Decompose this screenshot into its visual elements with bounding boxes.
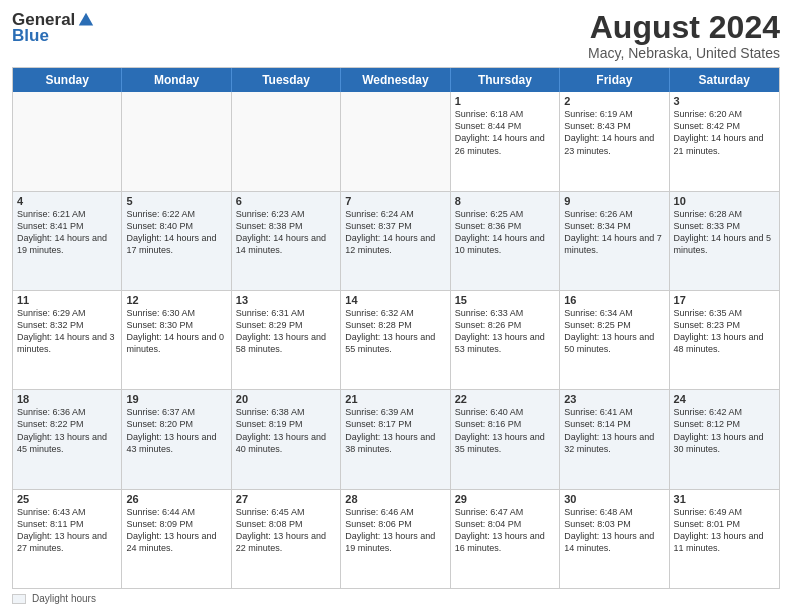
day-info: Sunrise: 6:30 AM Sunset: 8:30 PM Dayligh… bbox=[126, 307, 226, 356]
day-info: Sunrise: 6:34 AM Sunset: 8:25 PM Dayligh… bbox=[564, 307, 664, 356]
day-number: 8 bbox=[455, 195, 555, 207]
day-info: Sunrise: 6:24 AM Sunset: 8:37 PM Dayligh… bbox=[345, 208, 445, 257]
footer: Daylight hours bbox=[12, 593, 780, 604]
cal-week-3: 11Sunrise: 6:29 AM Sunset: 8:32 PM Dayli… bbox=[13, 290, 779, 389]
day-number: 1 bbox=[455, 95, 555, 107]
day-cell-24: 24Sunrise: 6:42 AM Sunset: 8:12 PM Dayli… bbox=[670, 390, 779, 488]
day-number: 7 bbox=[345, 195, 445, 207]
day-cell-25: 25Sunrise: 6:43 AM Sunset: 8:11 PM Dayli… bbox=[13, 490, 122, 588]
day-header-thursday: Thursday bbox=[451, 68, 560, 92]
svg-marker-0 bbox=[79, 13, 93, 26]
cal-week-1: 1Sunrise: 6:18 AM Sunset: 8:44 PM Daylig… bbox=[13, 92, 779, 190]
day-number: 15 bbox=[455, 294, 555, 306]
day-cell-6: 6Sunrise: 6:23 AM Sunset: 8:38 PM Daylig… bbox=[232, 192, 341, 290]
day-cell-10: 10Sunrise: 6:28 AM Sunset: 8:33 PM Dayli… bbox=[670, 192, 779, 290]
header: General Blue August 2024 Macy, Nebraska,… bbox=[12, 10, 780, 61]
day-number: 25 bbox=[17, 493, 117, 505]
day-number: 14 bbox=[345, 294, 445, 306]
day-cell-27: 27Sunrise: 6:45 AM Sunset: 8:08 PM Dayli… bbox=[232, 490, 341, 588]
title-block: August 2024 Macy, Nebraska, United State… bbox=[588, 10, 780, 61]
day-cell-18: 18Sunrise: 6:36 AM Sunset: 8:22 PM Dayli… bbox=[13, 390, 122, 488]
legend-label: Daylight hours bbox=[32, 593, 96, 604]
day-cell-22: 22Sunrise: 6:40 AM Sunset: 8:16 PM Dayli… bbox=[451, 390, 560, 488]
day-cell-1: 1Sunrise: 6:18 AM Sunset: 8:44 PM Daylig… bbox=[451, 92, 560, 190]
legend-box bbox=[12, 594, 26, 604]
day-number: 3 bbox=[674, 95, 775, 107]
cal-week-4: 18Sunrise: 6:36 AM Sunset: 8:22 PM Dayli… bbox=[13, 389, 779, 488]
day-info: Sunrise: 6:35 AM Sunset: 8:23 PM Dayligh… bbox=[674, 307, 775, 356]
day-info: Sunrise: 6:25 AM Sunset: 8:36 PM Dayligh… bbox=[455, 208, 555, 257]
day-number: 13 bbox=[236, 294, 336, 306]
logo-icon bbox=[77, 11, 95, 29]
day-number: 10 bbox=[674, 195, 775, 207]
day-number: 18 bbox=[17, 393, 117, 405]
empty-cell bbox=[232, 92, 341, 190]
calendar: SundayMondayTuesdayWednesdayThursdayFrid… bbox=[12, 67, 780, 589]
day-cell-8: 8Sunrise: 6:25 AM Sunset: 8:36 PM Daylig… bbox=[451, 192, 560, 290]
day-number: 31 bbox=[674, 493, 775, 505]
day-info: Sunrise: 6:26 AM Sunset: 8:34 PM Dayligh… bbox=[564, 208, 664, 257]
day-cell-19: 19Sunrise: 6:37 AM Sunset: 8:20 PM Dayli… bbox=[122, 390, 231, 488]
day-cell-3: 3Sunrise: 6:20 AM Sunset: 8:42 PM Daylig… bbox=[670, 92, 779, 190]
day-info: Sunrise: 6:32 AM Sunset: 8:28 PM Dayligh… bbox=[345, 307, 445, 356]
day-info: Sunrise: 6:22 AM Sunset: 8:40 PM Dayligh… bbox=[126, 208, 226, 257]
day-info: Sunrise: 6:46 AM Sunset: 8:06 PM Dayligh… bbox=[345, 506, 445, 555]
day-info: Sunrise: 6:40 AM Sunset: 8:16 PM Dayligh… bbox=[455, 406, 555, 455]
day-header-wednesday: Wednesday bbox=[341, 68, 450, 92]
day-cell-30: 30Sunrise: 6:48 AM Sunset: 8:03 PM Dayli… bbox=[560, 490, 669, 588]
day-info: Sunrise: 6:45 AM Sunset: 8:08 PM Dayligh… bbox=[236, 506, 336, 555]
day-number: 2 bbox=[564, 95, 664, 107]
day-number: 28 bbox=[345, 493, 445, 505]
day-number: 17 bbox=[674, 294, 775, 306]
day-cell-20: 20Sunrise: 6:38 AM Sunset: 8:19 PM Dayli… bbox=[232, 390, 341, 488]
day-cell-28: 28Sunrise: 6:46 AM Sunset: 8:06 PM Dayli… bbox=[341, 490, 450, 588]
day-cell-26: 26Sunrise: 6:44 AM Sunset: 8:09 PM Dayli… bbox=[122, 490, 231, 588]
logo: General Blue bbox=[12, 10, 95, 46]
day-info: Sunrise: 6:18 AM Sunset: 8:44 PM Dayligh… bbox=[455, 108, 555, 157]
legend: Daylight hours bbox=[12, 593, 780, 604]
day-number: 5 bbox=[126, 195, 226, 207]
day-info: Sunrise: 6:29 AM Sunset: 8:32 PM Dayligh… bbox=[17, 307, 117, 356]
day-info: Sunrise: 6:21 AM Sunset: 8:41 PM Dayligh… bbox=[17, 208, 117, 257]
calendar-body: 1Sunrise: 6:18 AM Sunset: 8:44 PM Daylig… bbox=[13, 92, 779, 588]
day-number: 22 bbox=[455, 393, 555, 405]
day-number: 26 bbox=[126, 493, 226, 505]
day-cell-11: 11Sunrise: 6:29 AM Sunset: 8:32 PM Dayli… bbox=[13, 291, 122, 389]
day-number: 21 bbox=[345, 393, 445, 405]
day-cell-29: 29Sunrise: 6:47 AM Sunset: 8:04 PM Dayli… bbox=[451, 490, 560, 588]
day-cell-4: 4Sunrise: 6:21 AM Sunset: 8:41 PM Daylig… bbox=[13, 192, 122, 290]
day-header-sunday: Sunday bbox=[13, 68, 122, 92]
day-info: Sunrise: 6:28 AM Sunset: 8:33 PM Dayligh… bbox=[674, 208, 775, 257]
day-cell-12: 12Sunrise: 6:30 AM Sunset: 8:30 PM Dayli… bbox=[122, 291, 231, 389]
day-info: Sunrise: 6:49 AM Sunset: 8:01 PM Dayligh… bbox=[674, 506, 775, 555]
day-info: Sunrise: 6:31 AM Sunset: 8:29 PM Dayligh… bbox=[236, 307, 336, 356]
day-info: Sunrise: 6:44 AM Sunset: 8:09 PM Dayligh… bbox=[126, 506, 226, 555]
day-cell-31: 31Sunrise: 6:49 AM Sunset: 8:01 PM Dayli… bbox=[670, 490, 779, 588]
day-info: Sunrise: 6:48 AM Sunset: 8:03 PM Dayligh… bbox=[564, 506, 664, 555]
day-number: 27 bbox=[236, 493, 336, 505]
day-info: Sunrise: 6:19 AM Sunset: 8:43 PM Dayligh… bbox=[564, 108, 664, 157]
day-info: Sunrise: 6:37 AM Sunset: 8:20 PM Dayligh… bbox=[126, 406, 226, 455]
day-info: Sunrise: 6:39 AM Sunset: 8:17 PM Dayligh… bbox=[345, 406, 445, 455]
day-cell-2: 2Sunrise: 6:19 AM Sunset: 8:43 PM Daylig… bbox=[560, 92, 669, 190]
day-cell-7: 7Sunrise: 6:24 AM Sunset: 8:37 PM Daylig… bbox=[341, 192, 450, 290]
day-header-monday: Monday bbox=[122, 68, 231, 92]
cal-week-2: 4Sunrise: 6:21 AM Sunset: 8:41 PM Daylig… bbox=[13, 191, 779, 290]
day-number: 11 bbox=[17, 294, 117, 306]
day-cell-23: 23Sunrise: 6:41 AM Sunset: 8:14 PM Dayli… bbox=[560, 390, 669, 488]
main-title: August 2024 bbox=[588, 10, 780, 45]
day-number: 24 bbox=[674, 393, 775, 405]
day-number: 6 bbox=[236, 195, 336, 207]
day-info: Sunrise: 6:23 AM Sunset: 8:38 PM Dayligh… bbox=[236, 208, 336, 257]
day-header-friday: Friday bbox=[560, 68, 669, 92]
day-info: Sunrise: 6:43 AM Sunset: 8:11 PM Dayligh… bbox=[17, 506, 117, 555]
cal-week-5: 25Sunrise: 6:43 AM Sunset: 8:11 PM Dayli… bbox=[13, 489, 779, 588]
day-info: Sunrise: 6:33 AM Sunset: 8:26 PM Dayligh… bbox=[455, 307, 555, 356]
day-cell-15: 15Sunrise: 6:33 AM Sunset: 8:26 PM Dayli… bbox=[451, 291, 560, 389]
day-info: Sunrise: 6:41 AM Sunset: 8:14 PM Dayligh… bbox=[564, 406, 664, 455]
day-number: 4 bbox=[17, 195, 117, 207]
day-number: 19 bbox=[126, 393, 226, 405]
day-header-tuesday: Tuesday bbox=[232, 68, 341, 92]
day-info: Sunrise: 6:36 AM Sunset: 8:22 PM Dayligh… bbox=[17, 406, 117, 455]
day-header-saturday: Saturday bbox=[670, 68, 779, 92]
